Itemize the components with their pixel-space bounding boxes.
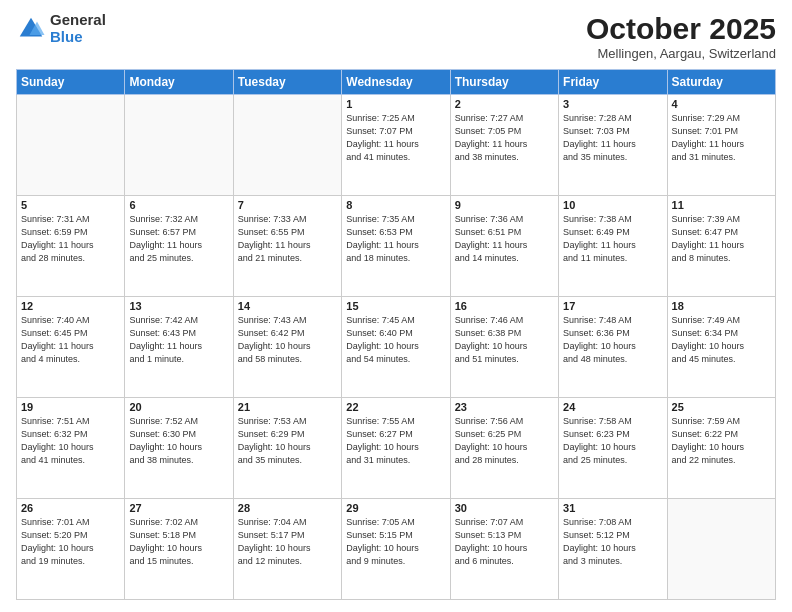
day-cell: 17Sunrise: 7:48 AMSunset: 6:36 PMDayligh… — [559, 297, 667, 398]
day-number: 14 — [238, 300, 337, 312]
day-number: 26 — [21, 502, 120, 514]
week-row-2: 12Sunrise: 7:40 AMSunset: 6:45 PMDayligh… — [17, 297, 776, 398]
day-number: 21 — [238, 401, 337, 413]
day-number: 5 — [21, 199, 120, 211]
day-number: 20 — [129, 401, 228, 413]
week-row-0: 1Sunrise: 7:25 AMSunset: 7:07 PMDaylight… — [17, 95, 776, 196]
day-number: 29 — [346, 502, 445, 514]
day-info: Sunrise: 7:43 AMSunset: 6:42 PMDaylight:… — [238, 314, 337, 366]
day-info: Sunrise: 7:55 AMSunset: 6:27 PMDaylight:… — [346, 415, 445, 467]
day-cell: 13Sunrise: 7:42 AMSunset: 6:43 PMDayligh… — [125, 297, 233, 398]
col-header-wednesday: Wednesday — [342, 70, 450, 95]
day-info: Sunrise: 7:59 AMSunset: 6:22 PMDaylight:… — [672, 415, 771, 467]
day-info: Sunrise: 7:39 AMSunset: 6:47 PMDaylight:… — [672, 213, 771, 265]
day-cell: 1Sunrise: 7:25 AMSunset: 7:07 PMDaylight… — [342, 95, 450, 196]
day-info: Sunrise: 7:04 AMSunset: 5:17 PMDaylight:… — [238, 516, 337, 568]
col-header-saturday: Saturday — [667, 70, 775, 95]
day-number: 12 — [21, 300, 120, 312]
logo: General Blue — [16, 12, 106, 45]
day-cell: 10Sunrise: 7:38 AMSunset: 6:49 PMDayligh… — [559, 196, 667, 297]
title-block: October 2025 Mellingen, Aargau, Switzerl… — [586, 12, 776, 61]
day-cell: 6Sunrise: 7:32 AMSunset: 6:57 PMDaylight… — [125, 196, 233, 297]
day-info: Sunrise: 7:01 AMSunset: 5:20 PMDaylight:… — [21, 516, 120, 568]
day-number: 22 — [346, 401, 445, 413]
day-info: Sunrise: 7:07 AMSunset: 5:13 PMDaylight:… — [455, 516, 554, 568]
day-cell: 20Sunrise: 7:52 AMSunset: 6:30 PMDayligh… — [125, 398, 233, 499]
day-number: 1 — [346, 98, 445, 110]
day-info: Sunrise: 7:27 AMSunset: 7:05 PMDaylight:… — [455, 112, 554, 164]
day-info: Sunrise: 7:38 AMSunset: 6:49 PMDaylight:… — [563, 213, 662, 265]
day-number: 3 — [563, 98, 662, 110]
day-number: 9 — [455, 199, 554, 211]
day-number: 13 — [129, 300, 228, 312]
day-number: 15 — [346, 300, 445, 312]
col-header-sunday: Sunday — [17, 70, 125, 95]
day-number: 24 — [563, 401, 662, 413]
day-cell: 7Sunrise: 7:33 AMSunset: 6:55 PMDaylight… — [233, 196, 341, 297]
day-cell — [125, 95, 233, 196]
day-cell: 14Sunrise: 7:43 AMSunset: 6:42 PMDayligh… — [233, 297, 341, 398]
day-cell — [667, 499, 775, 600]
day-cell: 12Sunrise: 7:40 AMSunset: 6:45 PMDayligh… — [17, 297, 125, 398]
day-cell: 29Sunrise: 7:05 AMSunset: 5:15 PMDayligh… — [342, 499, 450, 600]
logo-general: General — [50, 12, 106, 29]
day-info: Sunrise: 7:02 AMSunset: 5:18 PMDaylight:… — [129, 516, 228, 568]
day-cell: 18Sunrise: 7:49 AMSunset: 6:34 PMDayligh… — [667, 297, 775, 398]
day-number: 6 — [129, 199, 228, 211]
day-number: 8 — [346, 199, 445, 211]
week-row-3: 19Sunrise: 7:51 AMSunset: 6:32 PMDayligh… — [17, 398, 776, 499]
day-info: Sunrise: 7:08 AMSunset: 5:12 PMDaylight:… — [563, 516, 662, 568]
day-number: 16 — [455, 300, 554, 312]
day-cell: 26Sunrise: 7:01 AMSunset: 5:20 PMDayligh… — [17, 499, 125, 600]
calendar-table: SundayMondayTuesdayWednesdayThursdayFrid… — [16, 69, 776, 600]
day-number: 4 — [672, 98, 771, 110]
day-number: 27 — [129, 502, 228, 514]
day-cell: 31Sunrise: 7:08 AMSunset: 5:12 PMDayligh… — [559, 499, 667, 600]
day-info: Sunrise: 7:56 AMSunset: 6:25 PMDaylight:… — [455, 415, 554, 467]
day-number: 2 — [455, 98, 554, 110]
day-cell: 5Sunrise: 7:31 AMSunset: 6:59 PMDaylight… — [17, 196, 125, 297]
day-info: Sunrise: 7:36 AMSunset: 6:51 PMDaylight:… — [455, 213, 554, 265]
day-info: Sunrise: 7:48 AMSunset: 6:36 PMDaylight:… — [563, 314, 662, 366]
day-info: Sunrise: 7:33 AMSunset: 6:55 PMDaylight:… — [238, 213, 337, 265]
day-number: 10 — [563, 199, 662, 211]
day-cell: 11Sunrise: 7:39 AMSunset: 6:47 PMDayligh… — [667, 196, 775, 297]
logo-icon — [16, 14, 46, 44]
day-cell — [17, 95, 125, 196]
day-number: 25 — [672, 401, 771, 413]
day-number: 17 — [563, 300, 662, 312]
day-info: Sunrise: 7:25 AMSunset: 7:07 PMDaylight:… — [346, 112, 445, 164]
day-cell: 15Sunrise: 7:45 AMSunset: 6:40 PMDayligh… — [342, 297, 450, 398]
day-cell: 19Sunrise: 7:51 AMSunset: 6:32 PMDayligh… — [17, 398, 125, 499]
day-info: Sunrise: 7:32 AMSunset: 6:57 PMDaylight:… — [129, 213, 228, 265]
day-cell: 16Sunrise: 7:46 AMSunset: 6:38 PMDayligh… — [450, 297, 558, 398]
logo-blue: Blue — [50, 29, 106, 46]
title-month: October 2025 — [586, 12, 776, 46]
day-cell: 9Sunrise: 7:36 AMSunset: 6:51 PMDaylight… — [450, 196, 558, 297]
day-info: Sunrise: 7:29 AMSunset: 7:01 PMDaylight:… — [672, 112, 771, 164]
header: General Blue October 2025 Mellingen, Aar… — [16, 12, 776, 61]
day-info: Sunrise: 7:05 AMSunset: 5:15 PMDaylight:… — [346, 516, 445, 568]
day-number: 28 — [238, 502, 337, 514]
day-cell: 22Sunrise: 7:55 AMSunset: 6:27 PMDayligh… — [342, 398, 450, 499]
day-info: Sunrise: 7:58 AMSunset: 6:23 PMDaylight:… — [563, 415, 662, 467]
day-info: Sunrise: 7:52 AMSunset: 6:30 PMDaylight:… — [129, 415, 228, 467]
day-info: Sunrise: 7:28 AMSunset: 7:03 PMDaylight:… — [563, 112, 662, 164]
day-info: Sunrise: 7:40 AMSunset: 6:45 PMDaylight:… — [21, 314, 120, 366]
week-row-1: 5Sunrise: 7:31 AMSunset: 6:59 PMDaylight… — [17, 196, 776, 297]
day-info: Sunrise: 7:45 AMSunset: 6:40 PMDaylight:… — [346, 314, 445, 366]
col-header-tuesday: Tuesday — [233, 70, 341, 95]
day-info: Sunrise: 7:53 AMSunset: 6:29 PMDaylight:… — [238, 415, 337, 467]
col-header-thursday: Thursday — [450, 70, 558, 95]
day-info: Sunrise: 7:51 AMSunset: 6:32 PMDaylight:… — [21, 415, 120, 467]
day-cell: 3Sunrise: 7:28 AMSunset: 7:03 PMDaylight… — [559, 95, 667, 196]
day-info: Sunrise: 7:35 AMSunset: 6:53 PMDaylight:… — [346, 213, 445, 265]
day-number: 31 — [563, 502, 662, 514]
day-cell: 28Sunrise: 7:04 AMSunset: 5:17 PMDayligh… — [233, 499, 341, 600]
day-cell: 27Sunrise: 7:02 AMSunset: 5:18 PMDayligh… — [125, 499, 233, 600]
day-number: 7 — [238, 199, 337, 211]
title-location: Mellingen, Aargau, Switzerland — [586, 46, 776, 61]
day-info: Sunrise: 7:46 AMSunset: 6:38 PMDaylight:… — [455, 314, 554, 366]
day-info: Sunrise: 7:42 AMSunset: 6:43 PMDaylight:… — [129, 314, 228, 366]
week-row-4: 26Sunrise: 7:01 AMSunset: 5:20 PMDayligh… — [17, 499, 776, 600]
